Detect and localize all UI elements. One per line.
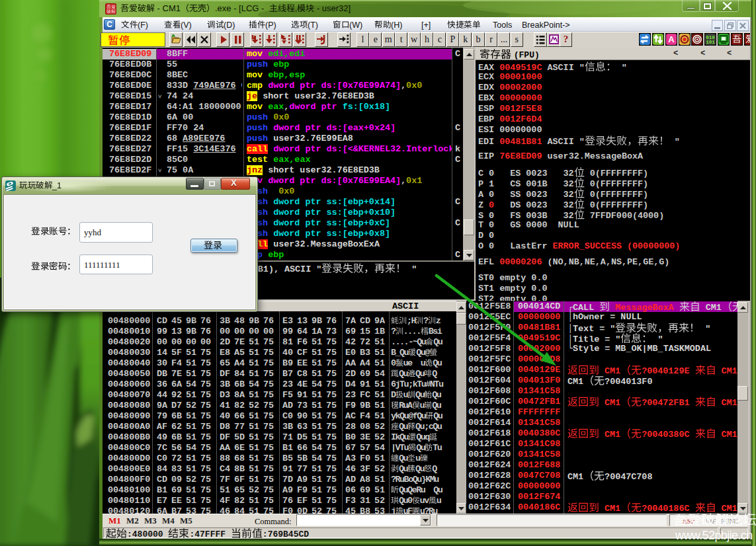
svg-text:A: A — [668, 34, 675, 44]
svg-text:101: 101 — [706, 40, 715, 45]
